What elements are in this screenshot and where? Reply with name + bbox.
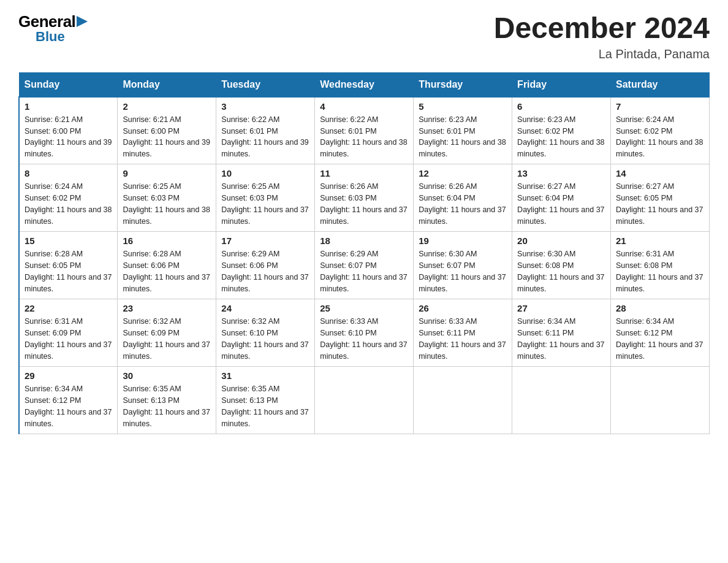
table-row: 27 Sunrise: 6:34 AM Sunset: 6:11 PM Dayl… bbox=[512, 299, 611, 367]
day-number: 14 bbox=[616, 168, 704, 178]
svg-marker-0 bbox=[77, 16, 88, 27]
calendar-week-row: 22 Sunrise: 6:31 AM Sunset: 6:09 PM Dayl… bbox=[19, 299, 710, 367]
day-info: Sunrise: 6:29 AM Sunset: 6:06 PM Dayligh… bbox=[221, 248, 309, 294]
table-row: 13 Sunrise: 6:27 AM Sunset: 6:04 PM Dayl… bbox=[512, 164, 611, 232]
table-row: 2 Sunrise: 6:21 AM Sunset: 6:00 PM Dayli… bbox=[118, 97, 216, 164]
day-info: Sunrise: 6:30 AM Sunset: 6:08 PM Dayligh… bbox=[517, 248, 605, 294]
page-title: December 2024 bbox=[494, 12, 710, 45]
table-row: 26 Sunrise: 6:33 AM Sunset: 6:11 PM Dayl… bbox=[414, 299, 512, 367]
day-number: 30 bbox=[123, 370, 211, 381]
day-info: Sunrise: 6:21 AM Sunset: 6:00 PM Dayligh… bbox=[123, 114, 211, 160]
day-number: 26 bbox=[419, 303, 507, 313]
calendar-header-row: Sunday Monday Tuesday Wednesday Thursday… bbox=[19, 72, 710, 97]
table-row: 15 Sunrise: 6:28 AM Sunset: 6:05 PM Dayl… bbox=[19, 232, 118, 299]
day-number: 20 bbox=[517, 236, 605, 246]
day-info: Sunrise: 6:28 AM Sunset: 6:06 PM Dayligh… bbox=[123, 248, 211, 294]
day-number: 12 bbox=[419, 168, 507, 178]
day-number: 6 bbox=[517, 101, 605, 112]
col-tuesday: Tuesday bbox=[216, 72, 315, 97]
day-info: Sunrise: 6:24 AM Sunset: 6:02 PM Dayligh… bbox=[25, 181, 112, 227]
table-row: 17 Sunrise: 6:29 AM Sunset: 6:06 PM Dayl… bbox=[216, 232, 315, 299]
logo-blue-text: Blue bbox=[36, 29, 65, 45]
day-number: 3 bbox=[221, 101, 309, 112]
table-row: 10 Sunrise: 6:25 AM Sunset: 6:03 PM Dayl… bbox=[216, 164, 315, 232]
day-number: 27 bbox=[517, 303, 605, 313]
day-number: 11 bbox=[320, 168, 408, 178]
day-info: Sunrise: 6:25 AM Sunset: 6:03 PM Dayligh… bbox=[221, 181, 309, 227]
day-number: 7 bbox=[616, 101, 704, 112]
day-number: 8 bbox=[25, 168, 112, 178]
day-info: Sunrise: 6:28 AM Sunset: 6:05 PM Dayligh… bbox=[25, 248, 112, 294]
table-row: 19 Sunrise: 6:30 AM Sunset: 6:07 PM Dayl… bbox=[414, 232, 512, 299]
header: General Blue December 2024 La Pintada, P… bbox=[18, 12, 710, 61]
day-number: 17 bbox=[221, 236, 309, 246]
table-row bbox=[512, 367, 611, 434]
subtitle: La Pintada, Panama bbox=[494, 47, 710, 61]
day-info: Sunrise: 6:29 AM Sunset: 6:07 PM Dayligh… bbox=[320, 248, 408, 294]
table-row: 5 Sunrise: 6:23 AM Sunset: 6:01 PM Dayli… bbox=[414, 97, 512, 164]
day-info: Sunrise: 6:26 AM Sunset: 6:03 PM Dayligh… bbox=[320, 181, 408, 227]
table-row bbox=[414, 367, 512, 434]
day-info: Sunrise: 6:26 AM Sunset: 6:04 PM Dayligh… bbox=[419, 181, 507, 227]
col-friday: Friday bbox=[512, 72, 611, 97]
day-info: Sunrise: 6:32 AM Sunset: 6:09 PM Dayligh… bbox=[123, 316, 211, 362]
title-area: December 2024 La Pintada, Panama bbox=[494, 12, 710, 61]
table-row: 12 Sunrise: 6:26 AM Sunset: 6:04 PM Dayl… bbox=[414, 164, 512, 232]
day-number: 23 bbox=[123, 303, 211, 313]
col-monday: Monday bbox=[118, 72, 216, 97]
col-thursday: Thursday bbox=[414, 72, 512, 97]
day-number: 4 bbox=[320, 101, 408, 112]
day-number: 25 bbox=[320, 303, 408, 313]
day-number: 1 bbox=[25, 101, 112, 112]
table-row: 6 Sunrise: 6:23 AM Sunset: 6:02 PM Dayli… bbox=[512, 97, 611, 164]
day-info: Sunrise: 6:22 AM Sunset: 6:01 PM Dayligh… bbox=[320, 114, 408, 160]
day-number: 13 bbox=[517, 168, 605, 178]
table-row: 31 Sunrise: 6:35 AM Sunset: 6:13 PM Dayl… bbox=[216, 367, 315, 434]
day-info: Sunrise: 6:33 AM Sunset: 6:10 PM Dayligh… bbox=[320, 316, 408, 362]
table-row: 20 Sunrise: 6:30 AM Sunset: 6:08 PM Dayl… bbox=[512, 232, 611, 299]
table-row: 25 Sunrise: 6:33 AM Sunset: 6:10 PM Dayl… bbox=[315, 299, 414, 367]
col-wednesday: Wednesday bbox=[315, 72, 414, 97]
logo-triangle-icon bbox=[77, 16, 88, 27]
day-number: 10 bbox=[221, 168, 309, 178]
table-row: 14 Sunrise: 6:27 AM Sunset: 6:05 PM Dayl… bbox=[611, 164, 710, 232]
day-number: 29 bbox=[25, 370, 112, 381]
day-info: Sunrise: 6:31 AM Sunset: 6:09 PM Dayligh… bbox=[25, 316, 112, 362]
table-row: 29 Sunrise: 6:34 AM Sunset: 6:12 PM Dayl… bbox=[19, 367, 118, 434]
col-sunday: Sunday bbox=[19, 72, 118, 97]
table-row bbox=[611, 367, 710, 434]
calendar-table: Sunday Monday Tuesday Wednesday Thursday… bbox=[18, 72, 710, 435]
table-row: 7 Sunrise: 6:24 AM Sunset: 6:02 PM Dayli… bbox=[611, 97, 710, 164]
table-row: 24 Sunrise: 6:32 AM Sunset: 6:10 PM Dayl… bbox=[216, 299, 315, 367]
day-info: Sunrise: 6:33 AM Sunset: 6:11 PM Dayligh… bbox=[419, 316, 507, 362]
day-info: Sunrise: 6:30 AM Sunset: 6:07 PM Dayligh… bbox=[419, 248, 507, 294]
day-number: 18 bbox=[320, 236, 408, 246]
table-row: 4 Sunrise: 6:22 AM Sunset: 6:01 PM Dayli… bbox=[315, 97, 414, 164]
day-info: Sunrise: 6:27 AM Sunset: 6:04 PM Dayligh… bbox=[517, 181, 605, 227]
table-row bbox=[315, 367, 414, 434]
table-row: 18 Sunrise: 6:29 AM Sunset: 6:07 PM Dayl… bbox=[315, 232, 414, 299]
day-number: 16 bbox=[123, 236, 211, 246]
table-row: 8 Sunrise: 6:24 AM Sunset: 6:02 PM Dayli… bbox=[19, 164, 118, 232]
day-number: 2 bbox=[123, 101, 211, 112]
day-number: 22 bbox=[25, 303, 112, 313]
day-number: 15 bbox=[25, 236, 112, 246]
day-info: Sunrise: 6:27 AM Sunset: 6:05 PM Dayligh… bbox=[616, 181, 704, 227]
calendar-week-row: 15 Sunrise: 6:28 AM Sunset: 6:05 PM Dayl… bbox=[19, 232, 710, 299]
day-number: 9 bbox=[123, 168, 211, 178]
table-row: 30 Sunrise: 6:35 AM Sunset: 6:13 PM Dayl… bbox=[118, 367, 216, 434]
table-row: 11 Sunrise: 6:26 AM Sunset: 6:03 PM Dayl… bbox=[315, 164, 414, 232]
day-info: Sunrise: 6:24 AM Sunset: 6:02 PM Dayligh… bbox=[616, 114, 704, 160]
calendar-week-row: 8 Sunrise: 6:24 AM Sunset: 6:02 PM Dayli… bbox=[19, 164, 710, 232]
table-row: 3 Sunrise: 6:22 AM Sunset: 6:01 PM Dayli… bbox=[216, 97, 315, 164]
logo: General Blue bbox=[18, 12, 88, 45]
day-info: Sunrise: 6:25 AM Sunset: 6:03 PM Dayligh… bbox=[123, 181, 211, 227]
table-row: 22 Sunrise: 6:31 AM Sunset: 6:09 PM Dayl… bbox=[19, 299, 118, 367]
day-info: Sunrise: 6:35 AM Sunset: 6:13 PM Dayligh… bbox=[123, 383, 211, 429]
day-info: Sunrise: 6:34 AM Sunset: 6:12 PM Dayligh… bbox=[25, 383, 112, 429]
day-info: Sunrise: 6:22 AM Sunset: 6:01 PM Dayligh… bbox=[221, 114, 309, 160]
day-number: 21 bbox=[616, 236, 704, 246]
day-info: Sunrise: 6:34 AM Sunset: 6:12 PM Dayligh… bbox=[616, 316, 704, 362]
day-number: 24 bbox=[221, 303, 309, 313]
day-info: Sunrise: 6:31 AM Sunset: 6:08 PM Dayligh… bbox=[616, 248, 704, 294]
